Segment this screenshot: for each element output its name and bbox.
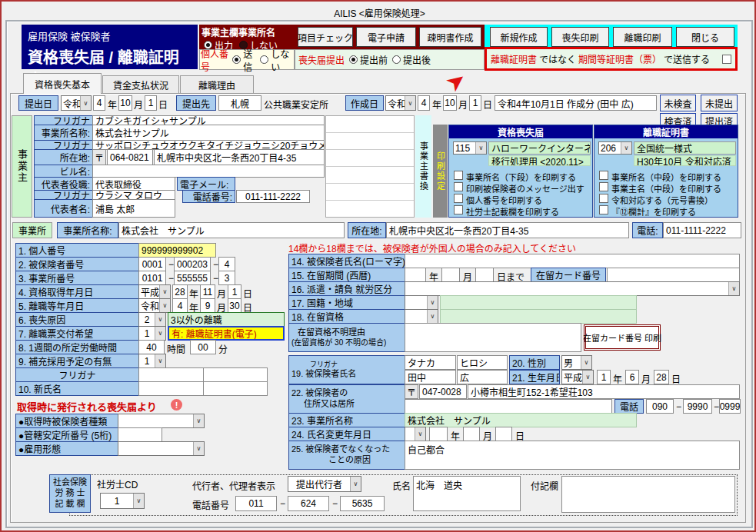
hihokensha-no2[interactable]: 000203 [174, 257, 211, 271]
kojin-bango-field[interactable]: 999999999902 [138, 243, 216, 258]
submit-month-field[interactable]: 10 [118, 95, 132, 111]
employer-address-field[interactable]: 札幌市中央区北一条西20丁目4-35 [154, 149, 325, 165]
submit-day-field[interactable]: 1 [145, 95, 157, 111]
shin-shimei-kana1[interactable] [138, 367, 204, 382]
shutoku-month[interactable]: 11 [200, 284, 215, 299]
soushitsu-check2[interactable] [454, 182, 463, 191]
item-check-button[interactable]: 項目チェック [298, 27, 353, 47]
employer-name-field[interactable]: 株式会社サンプル [92, 125, 325, 141]
employer-role-field[interactable]: 代表取締役 [92, 177, 175, 191]
shutoku-hihokensha-select[interactable]: ∨ [118, 414, 205, 428]
somei-create-button[interactable]: 疎明書作成 [419, 27, 481, 47]
zairyu-day-field[interactable] [475, 268, 494, 282]
kana-mei-field[interactable]: ヒロシ [457, 355, 508, 370]
birth-month[interactable]: 6 [625, 370, 639, 384]
jigyosho-no1[interactable]: 0101 [138, 271, 166, 285]
fumei-riyuu-field[interactable] [405, 323, 581, 352]
shotei-min-field[interactable]: 00 [190, 340, 216, 354]
miteishutsu-button[interactable]: 未提出 [701, 95, 738, 111]
seibetsu-select[interactable]: 男 ∨ [561, 355, 592, 370]
sei-field[interactable]: 田中 [405, 370, 456, 384]
hihokensha-addr-field[interactable]: 小樽市相生町152-1希望荘103 [468, 384, 740, 399]
tab-shikaku-soushitsu-kihon[interactable]: 資格喪失基本 [23, 73, 102, 94]
mei-field[interactable]: 広 [457, 370, 508, 384]
romaji-name-field[interactable] [405, 254, 740, 268]
shutoku-era-select[interactable]: 平成 ∨ [138, 284, 171, 299]
zairyu-card-field[interactable] [607, 268, 740, 282]
e-apply-button[interactable]: 電子申請 [356, 27, 416, 47]
hihokensha-addr2-field[interactable] [405, 399, 612, 414]
dest-city-field[interactable]: 札幌 [218, 95, 261, 111]
soushitsu-check1[interactable] [454, 171, 463, 180]
rishoku-check2[interactable] [599, 182, 608, 191]
shin-shimei-kana2[interactable] [203, 367, 268, 382]
kikan-shoumeisho-checkbox[interactable] [722, 55, 731, 64]
soushitsu-print-button[interactable]: 喪失印刷 [551, 27, 609, 47]
daikousha-select[interactable]: 提出代行者 ∨ [288, 476, 361, 492]
create-era-select[interactable]: 令和 ∨ [385, 95, 416, 111]
submit-year-field[interactable]: 4 [93, 95, 105, 111]
shimei-henkou-era-select[interactable]: ∨ [405, 427, 426, 441]
radio-teishutsu-ato[interactable] [392, 55, 401, 64]
rishokuhyo-kofu-select[interactable]: 1 ∨ [138, 326, 166, 341]
tel-part2[interactable]: 9990 [683, 399, 712, 414]
zairyu-card-print-button[interactable]: 在留カード番号 印刷 [584, 324, 661, 351]
tel-part1[interactable]: 090 [646, 399, 674, 414]
rishoku-check3[interactable] [599, 194, 608, 203]
hihokensha-no1[interactable]: 0001 [138, 257, 166, 271]
soushitsu-style-code-select[interactable]: 115 ∨ [453, 141, 487, 155]
sharoushi-cd-select[interactable]: 1 ∨ [100, 493, 145, 509]
bottom-tel3[interactable]: 5635 [340, 496, 385, 511]
hihokensha-postal-field[interactable]: 047-0028 [419, 384, 467, 399]
rishoku-month[interactable]: 9 [200, 298, 215, 313]
create-year-field[interactable]: 4 [418, 95, 430, 111]
zairyu-year-field[interactable] [405, 268, 426, 282]
fuki-field[interactable] [561, 476, 735, 513]
bottom-tel2[interactable]: 624 [288, 496, 329, 511]
rishoku-print-button[interactable]: 離職印刷 [613, 27, 672, 47]
henkou-year-field[interactable] [429, 427, 448, 441]
soushitsu-genin-select[interactable]: 2 ∨ [138, 312, 166, 327]
haken-ukeoi-select[interactable]: ∨ [405, 281, 740, 296]
seinengappi-era-select[interactable]: 平成 ∨ [561, 370, 594, 384]
create-day-field[interactable]: 1 [469, 95, 481, 111]
zairyu-month-field[interactable] [441, 268, 460, 282]
office-tel-field[interactable]: 011-1111-2222 [663, 222, 741, 238]
hojuu-saiyo-select[interactable]: 1 ∨ [138, 354, 166, 368]
shutoku-year[interactable]: 28 [172, 284, 188, 299]
new-create-button[interactable]: 新規作成 [490, 27, 548, 47]
kokuseki-select[interactable]: ∨ [405, 295, 438, 310]
employer-rewrite-fields[interactable] [325, 115, 415, 218]
soushitsu-check3[interactable] [454, 194, 463, 203]
rishoku-day[interactable]: 30 [228, 298, 241, 313]
mikensa-button[interactable]: 未検査 [660, 95, 696, 111]
soushitsu-check4[interactable] [454, 205, 463, 214]
kana-sei-field[interactable]: タナカ [405, 355, 456, 370]
submit-era-select[interactable]: 令和 ∨ [61, 95, 92, 111]
jigyosho-no3[interactable]: 3 [218, 271, 235, 285]
rishoku-check1[interactable] [599, 171, 608, 180]
radio-teishutsu-mae[interactable] [349, 55, 358, 64]
bottom-tel1[interactable]: 011 [235, 496, 277, 511]
shotei-hours-field[interactable]: 40 [138, 340, 165, 354]
tab-rishoku-riyuu[interactable]: 離職理由 [180, 75, 254, 94]
employer-tel-field[interactable]: 011-111-2222 [236, 190, 310, 203]
rishoku-style-code-select[interactable]: 206 ∨ [598, 141, 632, 155]
henkou-day-field[interactable] [495, 427, 512, 441]
tel-part3[interactable]: 0999 [719, 399, 741, 414]
rishoku-check4[interactable] [599, 205, 608, 214]
birth-day[interactable]: 28 [654, 370, 669, 384]
office-addr-field[interactable]: 札幌市中央区北一条西20丁目4-35 [386, 222, 629, 238]
rishoku-year[interactable]: 4 [172, 298, 188, 313]
hihokensha-no3[interactable]: 4 [218, 257, 235, 271]
jigyosho-no2[interactable]: 555555 [174, 271, 211, 285]
office-name-field[interactable]: 株式会社 サンプル [118, 222, 345, 238]
koyou-keitai-select[interactable]: ∨ [118, 441, 205, 456]
tab-chingin-shiharai[interactable]: 賃金支払状況 [102, 75, 179, 94]
shutoku-day[interactable]: 1 [228, 284, 241, 299]
radio-kojin-soushin[interactable] [232, 55, 241, 64]
kankatsu-antei-field[interactable] [118, 427, 162, 442]
genin-field[interactable]: 自己都合 [405, 441, 740, 470]
birth-year[interactable]: 1 [597, 370, 611, 384]
employer-rep-field[interactable]: 浦島 太郎 [92, 199, 175, 218]
